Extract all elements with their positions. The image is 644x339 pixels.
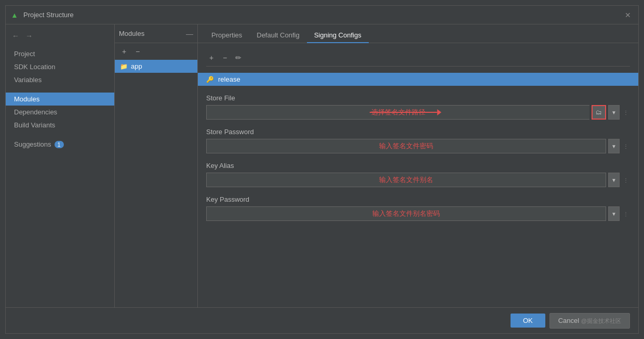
key-alias-label: Key Alias	[206, 162, 630, 170]
key-icon: 🔑	[206, 76, 214, 83]
key-alias-placeholder: 输入签名文件别名	[211, 175, 601, 185]
store-password-more[interactable]: ⋮	[622, 139, 630, 153]
store-file-dropdown[interactable]: ▼	[608, 105, 620, 120]
store-file-input[interactable]: 选择签名文件路径	[206, 105, 589, 120]
chevron-down-icon: ▼	[611, 177, 616, 183]
key-password-input[interactable]: 输入签名文件别名密码	[206, 206, 606, 221]
form-section: Store File 选择签名文件路径 🗂	[206, 86, 630, 238]
release-label: release	[218, 75, 240, 83]
chevron-down-icon: ▼	[611, 144, 616, 149]
close-button[interactable]: ✕	[623, 10, 633, 20]
tab-signing-configs[interactable]: Signing Configs	[307, 28, 369, 43]
key-alias-dropdown[interactable]: ▼	[608, 173, 620, 187]
watermark: @掘金技术社区	[581, 318, 621, 324]
edit-signing-button[interactable]: ✏	[233, 53, 244, 63]
app-icon: ▲	[11, 11, 19, 19]
left-column: Modules — + − 📁 app	[115, 24, 198, 307]
sidebar-nav: ← →	[6, 29, 114, 43]
key-alias-row: 输入签名文件别名 ▼ ⋮	[206, 173, 630, 187]
store-password-placeholder: 输入签名文件密码	[211, 141, 601, 151]
right-panel: Properties Default Config Signing Config…	[198, 24, 638, 307]
sidebar-section: Project SDK Location Variables Modules D…	[6, 47, 114, 151]
sidebar-item-suggestions[interactable]: Suggestions 1	[6, 138, 114, 151]
tab-content: + − ✏ 🔑 release Store File 选择签名文件路径	[198, 43, 638, 307]
signing-toolbar: + − ✏	[206, 49, 630, 67]
store-file-more[interactable]: ⋮	[622, 105, 630, 120]
module-item-app[interactable]: 📁 app	[115, 60, 197, 73]
back-arrow[interactable]: ←	[10, 31, 21, 41]
release-config-item[interactable]: 🔑 release	[198, 73, 638, 86]
remove-module-button[interactable]: −	[132, 46, 143, 57]
suggestions-badge: 1	[55, 141, 64, 148]
store-file-label: Store File	[206, 94, 630, 102]
cancel-button[interactable]: Cancel @掘金技术社区	[549, 313, 630, 329]
key-password-label: Key Password	[206, 195, 630, 203]
modules-toolbar: + −	[115, 43, 197, 60]
store-password-label: Store Password	[206, 128, 630, 136]
sidebar-item-dependencies[interactable]: Dependencies	[6, 106, 114, 119]
dialog-body: ← → Project SDK Location Variables Modul…	[6, 24, 638, 307]
tab-default-config[interactable]: Default Config	[249, 28, 306, 43]
store-password-row: 输入签名文件密码 ▼ ⋮	[206, 139, 630, 153]
forward-arrow[interactable]: →	[23, 31, 35, 41]
sidebar-item-sdk-location[interactable]: SDK Location	[6, 60, 114, 73]
folder-icon: 🗂	[596, 109, 602, 116]
modules-header: Modules —	[115, 24, 197, 43]
project-structure-dialog: ▲ Project Structure ✕ ← → Project SDK Lo…	[5, 5, 639, 334]
title-bar: ▲ Project Structure ✕	[6, 6, 638, 24]
store-password-dropdown[interactable]: ▼	[608, 139, 620, 153]
add-module-button[interactable]: +	[119, 46, 129, 57]
key-password-placeholder: 输入签名文件别名密码	[211, 209, 601, 218]
add-signing-button[interactable]: +	[206, 53, 217, 63]
store-password-input[interactable]: 输入签名文件密码	[206, 139, 606, 153]
remove-signing-button[interactable]: −	[220, 53, 230, 63]
tab-properties[interactable]: Properties	[204, 28, 249, 43]
modules-collapse[interactable]: —	[186, 30, 193, 38]
module-name: app	[131, 62, 142, 70]
title-left: ▲ Project Structure	[11, 11, 74, 19]
key-password-row: 输入签名文件别名密码 ▼ ⋮	[206, 206, 630, 221]
key-password-dropdown[interactable]: ▼	[608, 206, 620, 221]
sidebar-item-project[interactable]: Project	[6, 47, 114, 60]
chevron-down-icon: ▼	[611, 110, 616, 115]
dialog-footer: OK Cancel @掘金技术社区	[6, 307, 638, 333]
sidebar-item-modules[interactable]: Modules	[6, 93, 114, 106]
tabs-bar: Properties Default Config Signing Config…	[198, 24, 638, 43]
dialog-title: Project Structure	[23, 11, 74, 19]
store-file-placeholder: 选择签名文件路径	[211, 108, 585, 117]
sidebar-item-build-variants[interactable]: Build Variants	[6, 119, 114, 132]
key-alias-more[interactable]: ⋮	[622, 173, 630, 187]
modules-title: Modules	[119, 30, 144, 37]
chevron-down-icon: ▼	[611, 211, 616, 217]
browse-button[interactable]: 🗂	[592, 105, 606, 120]
key-password-more[interactable]: ⋮	[622, 206, 630, 221]
sidebar-item-variables[interactable]: Variables	[6, 73, 114, 86]
modules-panel: Modules — + − 📁 app	[115, 24, 198, 307]
folder-icon: 📁	[120, 63, 128, 70]
sidebar: ← → Project SDK Location Variables Modul…	[6, 24, 115, 307]
ok-button[interactable]: OK	[511, 314, 545, 328]
key-alias-input[interactable]: 输入签名文件别名	[206, 173, 606, 187]
